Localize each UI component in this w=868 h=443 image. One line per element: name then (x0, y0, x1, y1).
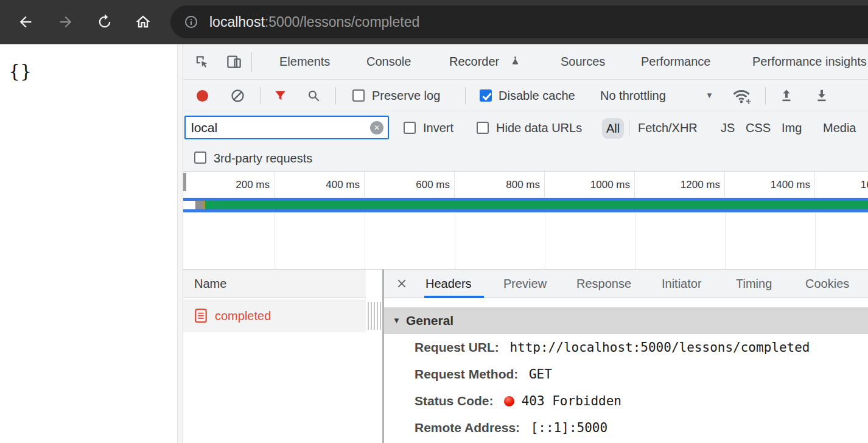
remote-address-label: Remote Address: (415, 420, 520, 434)
disable-cache-label[interactable]: Disable cache (499, 80, 575, 111)
preserve-log-label[interactable]: Preserve log (372, 80, 440, 111)
home-icon[interactable] (135, 13, 152, 30)
throttling-dropdown-caret-icon[interactable]: ▼ (705, 80, 713, 111)
details-tab-response[interactable]: Response (576, 270, 631, 298)
tab-performance[interactable]: Performance (641, 44, 711, 79)
timeline-tick: 1400 ms (725, 172, 815, 198)
json-response-text: {} (9, 60, 32, 82)
address-bar[interactable]: localhost:5000/lessons/completed (170, 5, 868, 38)
general-row-status-code: Status Code: 403 Forbidden (384, 388, 868, 414)
invert-label[interactable]: Invert (423, 111, 453, 145)
network-filter-row: ✕ Invert Hide data URLs All Fetch/XHR JS… (183, 111, 868, 145)
request-method-value: GET (529, 367, 552, 382)
reload-icon[interactable] (96, 13, 113, 30)
inspect-element-icon[interactable] (194, 54, 210, 70)
details-tab-timing[interactable]: Timing (736, 270, 772, 298)
tab-sources[interactable]: Sources (561, 44, 605, 79)
timeline-tick: 600 ms (365, 172, 455, 198)
import-har-icon[interactable] (779, 88, 794, 104)
details-tab-cookies[interactable]: Cookies (805, 270, 849, 298)
general-section-title: General (406, 307, 453, 334)
timeline-tick: 800 ms (455, 172, 545, 198)
back-icon[interactable] (17, 13, 34, 30)
toolbar-separator (465, 87, 466, 105)
clear-filter-icon[interactable]: ✕ (370, 121, 383, 134)
throttling-select[interactable]: No throttling (600, 80, 666, 111)
network-conditions-icon[interactable] (731, 87, 752, 105)
general-section-header[interactable]: ▼ General (384, 307, 868, 334)
export-har-icon[interactable] (814, 88, 830, 104)
site-info-icon[interactable] (184, 15, 198, 29)
tab-recorder-label: Recorder (449, 55, 499, 68)
url-host: localhost (209, 14, 265, 30)
browser-toolbar: localhost:5000/lessons/completed (0, 0, 868, 44)
toolbar-separator (335, 87, 336, 105)
preserve-log-checkbox[interactable] (352, 89, 365, 102)
tab-performance-insights[interactable]: Performance insights (752, 44, 867, 79)
disable-cache-checkbox[interactable] (480, 89, 492, 102)
overview-segment-green (205, 201, 868, 209)
details-tab-headers[interactable]: Headers (425, 270, 472, 298)
filter-type-all[interactable]: All (602, 118, 624, 139)
status-code-label: Status Code: (415, 394, 494, 408)
page-content: {} (0, 44, 183, 443)
status-code-value: 403 Forbidden (522, 394, 621, 408)
tab-recorder[interactable]: Recorder (449, 44, 521, 79)
document-icon (194, 308, 208, 324)
filter-type-media[interactable]: Media (823, 111, 856, 145)
third-party-label[interactable]: 3rd-party requests (214, 145, 312, 172)
remote-address-value: [::1]:5000 (531, 420, 607, 435)
timeline-left-handle[interactable] (183, 173, 186, 191)
close-details-icon[interactable] (395, 277, 408, 290)
details-tab-initiator[interactable]: Initiator (662, 270, 702, 298)
network-overview-band[interactable] (183, 198, 868, 212)
filter-type-fetch-xhr[interactable]: Fetch/XHR (638, 111, 698, 145)
filter-type-js[interactable]: JS (721, 111, 735, 145)
third-party-row: 3rd-party requests (183, 145, 868, 172)
details-tab-preview[interactable]: Preview (503, 270, 547, 298)
devtools-tabbar: Elements Console Recorder Sources Perfor… (183, 44, 868, 80)
record-network-log-icon[interactable] (197, 90, 208, 102)
tab-console[interactable]: Console (366, 44, 411, 79)
network-bottom-split: Name completed Headers Preview Response … (183, 270, 868, 443)
table-row[interactable]: completed (183, 299, 366, 332)
toolbar-separator (260, 87, 261, 105)
request-name[interactable]: completed (215, 299, 271, 332)
url-path: :5000/lessons/completed (265, 14, 419, 30)
tab-elements[interactable]: Elements (279, 44, 330, 79)
page-scrollbar[interactable] (177, 44, 182, 443)
section-expand-caret-icon[interactable]: ▼ (393, 307, 401, 334)
url-text: localhost:5000/lessons/completed (209, 5, 419, 38)
status-error-dot-icon (504, 396, 514, 406)
waterfall-grid (183, 212, 868, 270)
overview-segment-gray (195, 201, 203, 209)
timeline-ruler: 200 ms400 ms600 ms800 ms1000 ms1200 ms14… (183, 172, 868, 198)
device-toolbar-icon[interactable] (226, 54, 242, 70)
forward-icon[interactable] (57, 13, 74, 30)
third-party-checkbox[interactable] (194, 152, 206, 164)
hide-data-urls-checkbox[interactable] (477, 122, 489, 134)
filter-input[interactable] (184, 116, 389, 139)
filter-type-img[interactable]: Img (782, 111, 802, 145)
hide-data-urls-label[interactable]: Hide data URLs (496, 111, 582, 145)
timeline-tick: 1200 ms (635, 172, 725, 198)
search-icon[interactable] (307, 89, 321, 103)
request-url-value: http://localhost:5000/lessons/completed (509, 340, 810, 355)
invert-checkbox[interactable] (404, 122, 416, 134)
requests-name-header[interactable]: Name (183, 270, 366, 298)
experiment-flask-icon (509, 46, 521, 57)
general-row-remote-address: Remote Address: [::1]:5000 (384, 414, 868, 441)
general-row-request-method: Request Method: GET (384, 361, 868, 388)
clear-network-log-icon[interactable] (231, 89, 245, 103)
split-drag-grip[interactable] (368, 302, 382, 330)
timeline-tick: 1000 ms (545, 172, 635, 198)
timeline-tick: 1600 ms (815, 172, 868, 198)
filter-icon[interactable] (273, 89, 287, 103)
timeline-tick: 200 ms (184, 172, 275, 198)
general-row-request-url: Request URL: http://localhost:5000/lesso… (384, 334, 868, 361)
toolbar-separator (765, 87, 766, 105)
filter-type-css[interactable]: CSS (746, 111, 771, 145)
timeline-tick: 400 ms (275, 172, 365, 198)
active-tab-underline (424, 296, 484, 298)
general-rows: Request URL: http://localhost:5000/lesso… (384, 334, 868, 441)
